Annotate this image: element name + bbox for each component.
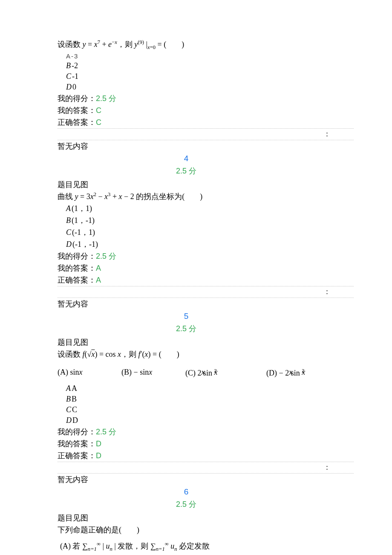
q3-option-d: D0 [58,82,354,92]
q4-option-c: C(-1，1) [58,226,354,238]
q4-points: 2.5 分 [58,165,314,179]
q4-stem: 曲线 y = 3x2 − x3 + x − 2 的拐点坐标为( ) [58,191,354,202]
q4-option-d: D(-1，-1) [58,238,354,250]
q3-my-score: 我的得分：2.5 分 [58,92,354,104]
q5-option-a: AA [58,383,354,394]
q4-analysis-divider [58,286,354,298]
q6-stem: 下列命题正确的是( ) [58,524,354,536]
q4-correct-answer: 正确答案：A [58,274,354,286]
q4-see-img: 题目见图 [58,179,354,191]
q3-correct-answer: 正确答案：C [58,116,354,128]
q5-option-c: CC [58,405,354,415]
q5-my-score: 我的得分：2.5 分 [58,426,354,438]
q5-my-answer: 我的答案：D [58,438,354,450]
q6-points: 2.5 分 [58,498,314,512]
q4-option-a: A(1，1) [58,202,354,214]
q5-analysis-divider [58,462,354,474]
q3-analysis-empty: 暂无内容 [58,140,354,152]
q3-option-b: B-2 [58,61,354,71]
q3-option-c: C-1 [58,71,354,82]
q5-option-d: DD [58,415,354,426]
q3-my-answer: 我的答案：C [58,104,354,116]
q5-analysis-empty: 暂无内容 [58,474,354,486]
q5-correct-answer: 正确答案：D [58,450,354,462]
q6-see-img: 题目见图 [58,512,354,524]
q5-option-b: BB [58,394,354,405]
q4-analysis-empty: 暂无内容 [58,298,354,310]
q4-option-b: B(1，-1) [58,214,354,226]
q4-my-answer: 我的答案：A [58,262,354,274]
q3-analysis-divider [58,128,354,140]
q5-number: 5 [58,310,314,323]
q5-stem: 设函数 f(√x) = cos x，则 f′(x) = ( ) [58,348,354,360]
q4-number: 4 [58,152,314,165]
q4-my-score: 我的得分：2.5 分 [58,250,354,262]
q5-math-options: (A) sin x (B) − sin x (C) 2x sin x2 (D) … [58,368,354,381]
q3-stem: 设函数 y = x7 + e−x，则 y(9) |x=0 = ( ) [58,38,354,52]
q3-option-a: A-3 [58,52,354,61]
q5-see-img: 题目见图 [58,336,354,348]
q5-points: 2.5 分 [58,323,314,336]
q6-number: 6 [58,486,314,498]
q6-math-option-a: (A) 若 ∑n=1∞ | un | 发散，则 ∑n=1∞ un 必定发散 [58,540,354,553]
